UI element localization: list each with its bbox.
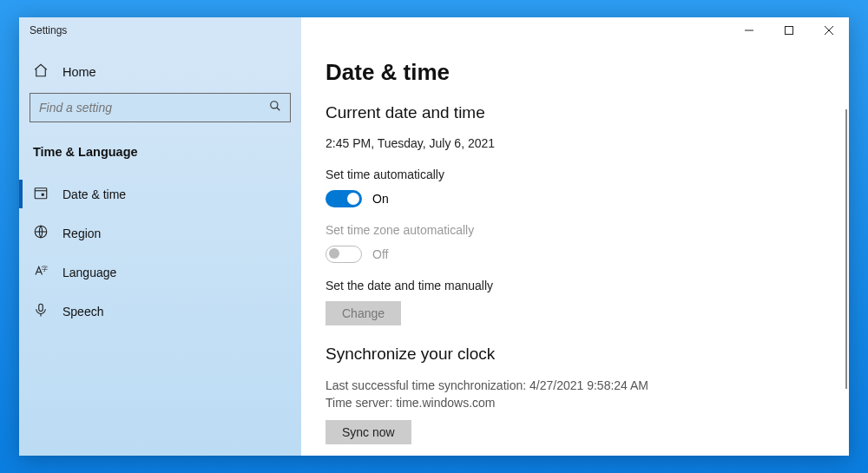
sidebar: Home Time & Language <box>19 43 301 456</box>
current-datetime: 2:45 PM, Tuesday, July 6, 2021 <box>326 136 849 150</box>
sidebar-item-label: Date & time <box>62 187 126 201</box>
sync-now-button[interactable]: Sync now <box>326 420 411 444</box>
maximize-button[interactable] <box>769 17 809 43</box>
sidebar-home-label: Home <box>62 65 96 79</box>
window-controls <box>729 17 849 43</box>
page-title: Date & time <box>326 59 849 86</box>
sidebar-category: Time & Language <box>19 135 301 174</box>
globe-icon <box>33 224 49 242</box>
home-icon <box>33 62 49 81</box>
svg-text:字: 字 <box>42 266 48 272</box>
set-tz-auto-state: Off <box>372 247 388 261</box>
sidebar-item-language[interactable]: 字 Language <box>19 253 301 292</box>
current-heading: Current date and time <box>326 103 849 122</box>
content-area: Date & time Current date and time 2:45 P… <box>301 43 849 456</box>
set-time-auto-state: On <box>372 192 389 206</box>
minimize-button[interactable] <box>729 17 769 43</box>
clock-icon <box>33 185 49 203</box>
search-icon <box>269 100 281 115</box>
svg-rect-0 <box>786 27 793 35</box>
window-title: Settings <box>30 24 67 36</box>
search-box[interactable] <box>30 93 291 122</box>
sync-info: Last successful time synchronization: 4/… <box>326 378 849 411</box>
scrollbar[interactable] <box>845 109 847 389</box>
titlebar: Settings <box>19 17 849 43</box>
set-time-auto-label: Set time automatically <box>326 168 849 181</box>
manual-label: Set the date and time manually <box>326 279 849 292</box>
sync-heading: Synchronize your clock <box>326 345 849 364</box>
svg-point-1 <box>271 102 278 108</box>
settings-window: Settings Home <box>19 17 849 456</box>
sidebar-item-speech[interactable]: Speech <box>19 292 301 331</box>
language-icon: 字 <box>33 263 49 281</box>
set-tz-auto-toggle <box>326 246 362 263</box>
set-tz-auto-label: Set time zone automatically <box>326 223 849 237</box>
sync-last: Last successful time synchronization: 4/… <box>326 378 849 395</box>
sidebar-item-region[interactable]: Region <box>19 214 301 253</box>
sidebar-item-label: Speech <box>62 305 103 319</box>
sidebar-item-label: Language <box>62 266 116 279</box>
change-button[interactable]: Change <box>326 301 401 325</box>
microphone-icon <box>33 302 49 320</box>
search-input[interactable] <box>39 101 281 115</box>
svg-rect-5 <box>39 304 43 311</box>
sync-server: Time server: time.windows.com <box>326 395 849 412</box>
set-time-auto-toggle[interactable] <box>326 190 362 207</box>
close-button[interactable] <box>809 17 849 43</box>
sidebar-home[interactable]: Home <box>19 54 301 89</box>
sidebar-item-label: Region <box>62 227 101 240</box>
svg-rect-2 <box>35 188 47 199</box>
sidebar-item-date-time[interactable]: Date & time <box>19 174 301 214</box>
